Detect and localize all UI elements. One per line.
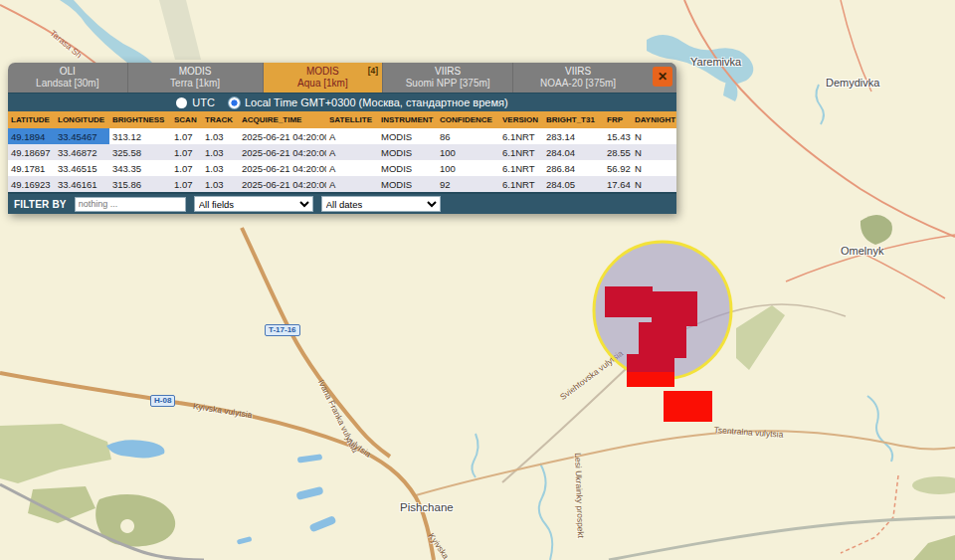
tab-modis-terra[interactable]: MODIS Terra [1km] <box>128 63 264 93</box>
tab-label-line1: MODIS <box>264 66 383 78</box>
table-cell: A <box>326 144 378 160</box>
table-cell: 2025-06-21 04:20:00 <box>239 144 326 160</box>
table-cell: 284.05 <box>543 176 604 192</box>
timezone-bar: UTC Local Time GMT+0300 (Москва, стандар… <box>8 93 676 111</box>
col-header[interactable]: CONFIDENCE <box>437 111 499 128</box>
col-header[interactable]: ACQUIRE_TIME <box>239 111 326 128</box>
local-time-radio-label: Local Time GMT+0300 (Москва, стандартное… <box>245 96 508 108</box>
table-header-row: LATITUDE LONGITUDE BRIGHTNESS SCAN TRACK… <box>8 111 676 128</box>
col-header[interactable]: SCAN <box>171 111 202 128</box>
col-header[interactable]: SATELLITE <box>326 111 378 128</box>
fire-footprint[interactable] <box>605 286 653 317</box>
table-cell: MODIS <box>378 144 437 160</box>
table-row[interactable]: 49.1869733.46872325.581.071.032025-06-21… <box>8 144 676 160</box>
radio-checked-icon <box>229 97 240 108</box>
tab-count-badge: [4] <box>368 65 378 77</box>
fire-footprint[interactable] <box>627 372 674 387</box>
tab-label-line2: Landsat [30m] <box>8 78 127 90</box>
tab-oli-landsat[interactable]: OLI Landsat [30m] <box>8 63 128 93</box>
table-cell: 33.46515 <box>55 160 109 176</box>
local-time-radio-option[interactable]: Local Time GMT+0300 (Москва, стандартное… <box>229 96 508 108</box>
table-cell: 343.35 <box>109 160 171 176</box>
table-cell: A <box>326 176 378 192</box>
map-canvas[interactable]: Tarasa Sh Yaremivka Demydivka Omelnyk Pi… <box>0 0 955 560</box>
col-header[interactable]: BRIGHTNESS <box>109 111 171 128</box>
fire-footprint[interactable] <box>652 291 697 326</box>
table-cell: 33.46872 <box>55 144 109 160</box>
col-header[interactable]: TRACK <box>202 111 239 128</box>
table-cell: 100 <box>437 160 499 176</box>
utc-radio-option[interactable]: UTC <box>176 96 215 108</box>
col-header[interactable]: INSTRUMENT <box>378 111 437 128</box>
filter-by-label: FILTER BY <box>14 199 67 210</box>
table-cell: 6.1NRT <box>499 160 543 176</box>
detections-tbody: 49.189433.45467313.121.071.032025-06-21 … <box>8 128 676 192</box>
table-cell: A <box>326 128 378 144</box>
table-cell: 49.1781 <box>8 160 55 176</box>
table-cell: 6.1NRT <box>499 144 543 160</box>
table-cell: N <box>632 176 676 192</box>
table-cell: 286.84 <box>543 160 604 176</box>
col-header[interactable]: LATITUDE <box>8 111 55 128</box>
table-cell: 92 <box>437 176 499 192</box>
table-cell: 100 <box>437 144 499 160</box>
table-row[interactable]: 49.1692333.46161315.861.071.032025-06-21… <box>8 176 676 192</box>
fire-footprint[interactable] <box>627 354 674 375</box>
table-cell: MODIS <box>378 176 437 192</box>
col-header[interactable]: FRP <box>604 111 632 128</box>
table-cell: 1.03 <box>202 144 239 160</box>
table-cell: 315.86 <box>109 176 171 192</box>
tab-viirs-snpp[interactable]: VIIRS Suomi NPP [375m] <box>383 63 513 93</box>
table-cell: 33.45467 <box>55 128 109 144</box>
tab-label-line1: VIIRS <box>513 66 643 78</box>
table-cell: 2025-06-21 04:20:00 <box>239 160 326 176</box>
table-cell: 6.1NRT <box>499 176 543 192</box>
table-cell: MODIS <box>378 128 437 144</box>
satellite-tabbar: OLI Landsat [30m] MODIS Terra [1km] [4] … <box>8 63 676 93</box>
col-header[interactable]: DAYNIGHT <box>632 111 676 128</box>
table-cell: 1.07 <box>171 160 202 176</box>
table-cell: N <box>632 128 676 144</box>
tab-label-line1: MODIS <box>128 66 263 78</box>
table-cell: 2025-06-21 04:20:00 <box>239 176 326 192</box>
table-cell: N <box>632 160 676 176</box>
table-cell: 33.46161 <box>55 176 109 192</box>
table-cell: 1.07 <box>171 144 202 160</box>
filter-text-input[interactable] <box>75 197 186 212</box>
table-cell: 1.03 <box>202 176 239 192</box>
table-cell: MODIS <box>378 160 437 176</box>
table-cell: 283.14 <box>543 128 604 144</box>
table-cell: 2025-06-21 04:20:00 <box>239 128 326 144</box>
table-cell: 49.16923 <box>8 176 55 192</box>
table-cell: 17.64 <box>604 176 632 192</box>
tab-modis-aqua[interactable]: [4] MODIS Aqua [1km] <box>264 63 384 93</box>
table-row[interactable]: 49.189433.45467313.121.071.032025-06-21 … <box>8 128 676 144</box>
fire-footprint[interactable] <box>664 391 712 422</box>
table-cell: 1.07 <box>171 176 202 192</box>
table-cell: 28.55 <box>604 144 632 160</box>
table-cell: 15.43 <box>604 128 632 144</box>
table-cell: 56.92 <box>604 160 632 176</box>
tab-label-line1: OLI <box>8 66 127 78</box>
col-header[interactable]: LONGITUDE <box>55 111 109 128</box>
table-cell: 49.1894 <box>8 128 55 144</box>
tab-viirs-noaa20[interactable]: VIIRS NOAA-20 [375m] <box>513 63 643 93</box>
table-row[interactable]: 49.178133.46515343.351.071.032025-06-21 … <box>8 160 676 176</box>
tab-label-line2: Suomi NPP [375m] <box>383 78 512 90</box>
table-cell: 49.18697 <box>8 144 55 160</box>
table-cell: 325.58 <box>109 144 171 160</box>
fire-footprint[interactable] <box>639 322 686 358</box>
filter-field-select[interactable]: All fields <box>194 196 313 212</box>
tab-label-line2: Aqua [1km] <box>264 78 383 90</box>
close-button[interactable]: ✕ <box>653 67 672 87</box>
col-header[interactable]: VERSION <box>499 111 543 128</box>
table-cell: 1.03 <box>202 128 239 144</box>
col-header[interactable]: BRIGHT_T31 <box>543 111 604 128</box>
filter-date-select[interactable]: All dates <box>321 196 441 212</box>
table-cell: 284.04 <box>543 144 604 160</box>
table-cell: 313.12 <box>109 128 171 144</box>
table-cell: 1.07 <box>171 128 202 144</box>
fire-footprints-bright <box>627 372 712 422</box>
table-cell: N <box>632 144 676 160</box>
tabbar-filler: ✕ <box>643 63 676 93</box>
